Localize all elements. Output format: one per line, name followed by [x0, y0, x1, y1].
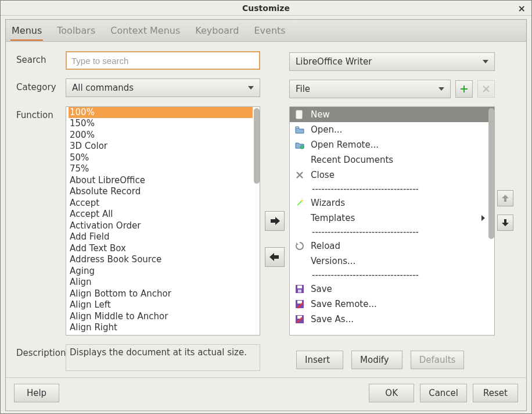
- function-item[interactable]: Aging: [69, 266, 253, 277]
- window-title: Customize: [242, 3, 290, 13]
- function-item[interactable]: Absolute Record: [69, 186, 253, 198]
- help-button-label: Help: [27, 388, 46, 398]
- cancel-button[interactable]: Cancel: [420, 384, 467, 402]
- tab-context-menus[interactable]: Context Menus: [109, 22, 181, 40]
- arrow-up-icon: [500, 193, 511, 204]
- ok-button[interactable]: OK: [369, 384, 414, 402]
- dialog-body: Menus Toolbars Context Menus Keyboard Ev…: [5, 19, 527, 411]
- blank-icon: [294, 256, 305, 266]
- defaults-button-label: Defaults: [419, 355, 456, 365]
- list-action-buttons: Insert Modify Defaults: [289, 344, 495, 373]
- function-item[interactable]: Align Middle to Anchor: [69, 311, 253, 323]
- menu-item[interactable]: Open Remote...: [290, 137, 494, 152]
- menu-item-label: Save As...: [311, 314, 354, 324]
- function-item[interactable]: Address Book Source: [69, 254, 253, 266]
- menu-select[interactable]: File: [289, 80, 451, 98]
- assigned-menu-list[interactable]: NewOpen...Open Remote...Recent Documents…: [289, 106, 495, 336]
- ok-button-label: OK: [385, 388, 398, 398]
- close-icon[interactable]: ×: [518, 3, 526, 14]
- function-item[interactable]: 100%: [69, 107, 253, 119]
- modify-button[interactable]: Modify: [351, 351, 402, 369]
- save-icon: [294, 284, 305, 294]
- menu-item[interactable]: New: [290, 107, 494, 122]
- menu-item[interactable]: Close: [290, 167, 494, 183]
- function-item[interactable]: 150%: [69, 118, 253, 130]
- menu-item[interactable]: Wizards: [290, 195, 494, 210]
- function-item[interactable]: Add Field: [69, 231, 253, 243]
- label-search: Search: [16, 51, 66, 72]
- reload-icon: [294, 241, 305, 251]
- tab-events[interactable]: Events: [253, 22, 286, 40]
- menu-item[interactable]: Save Remote...: [290, 297, 494, 312]
- tab-toolbars[interactable]: Toolbars: [56, 22, 96, 40]
- x-icon: [481, 84, 491, 94]
- menu-item-label: Reload: [311, 241, 340, 251]
- function-item[interactable]: Align: [69, 277, 253, 288]
- scope-select[interactable]: LibreOffice Writer: [289, 52, 495, 71]
- remove-item-button[interactable]: [265, 247, 285, 267]
- function-item[interactable]: Align Right: [69, 322, 253, 334]
- search-input[interactable]: [66, 51, 260, 70]
- menu-item[interactable]: Save: [290, 281, 494, 297]
- function-item[interactable]: Add Text Box: [69, 243, 253, 255]
- reset-button[interactable]: Reset: [473, 384, 518, 402]
- move-up-button[interactable]: [497, 190, 513, 206]
- label-function: Function: [16, 106, 66, 337]
- function-item[interactable]: Align Bottom to Anchor: [69, 288, 253, 300]
- customize-dialog: Customize × Menus Toolbars Context Menus…: [0, 0, 532, 414]
- modify-button-label: Modify: [360, 355, 389, 365]
- tab-keyboard[interactable]: Keyboard: [194, 22, 240, 40]
- scrollbar-thumb[interactable]: [254, 108, 260, 184]
- submenu-arrow-icon: [481, 215, 485, 221]
- menu-item-label: New: [311, 109, 330, 120]
- save-as-icon: [294, 314, 305, 324]
- plus-icon: [459, 84, 469, 94]
- arrow-right-icon: [268, 215, 281, 227]
- defaults-button[interactable]: Defaults: [411, 351, 465, 369]
- menu-item-label: Close: [311, 170, 335, 180]
- category-select[interactable]: All commands: [66, 78, 260, 97]
- folder-open-icon: [294, 124, 305, 135]
- scope-cell: LibreOffice Writer: [289, 51, 495, 72]
- dialog-footer: Help OK Cancel Reset: [6, 377, 526, 411]
- function-item[interactable]: Accept All: [69, 209, 253, 220]
- save-remote-icon: [294, 299, 305, 309]
- svg-rect-0: [296, 110, 302, 119]
- arrow-left-icon: [268, 251, 281, 263]
- scrollbar-thumb[interactable]: [488, 108, 494, 239]
- add-menu-button[interactable]: [455, 80, 473, 98]
- wizard-icon: [294, 198, 305, 208]
- function-item[interactable]: 75%: [69, 163, 253, 175]
- close-x-icon: [294, 170, 305, 180]
- menu-separator-item[interactable]: ----------------------------------: [290, 183, 494, 195]
- label-category: Category: [16, 78, 66, 99]
- menu-item[interactable]: Recent Documents: [290, 152, 494, 167]
- function-item[interactable]: Align Left: [69, 299, 253, 311]
- doc-new-icon: [294, 109, 305, 120]
- reorder-buttons: [495, 106, 516, 337]
- help-button[interactable]: Help: [14, 384, 59, 402]
- menu-item[interactable]: Versions...: [290, 254, 494, 269]
- menu-item[interactable]: Save As...: [290, 312, 494, 327]
- function-item[interactable]: Activation Order: [69, 220, 253, 232]
- move-down-button[interactable]: [497, 215, 513, 231]
- menu-item[interactable]: Templates: [290, 210, 494, 226]
- menu-item[interactable]: Open...: [290, 122, 494, 137]
- function-item[interactable]: About LibreOffice: [69, 175, 253, 187]
- menu-item[interactable]: Reload: [290, 238, 494, 254]
- tab-menus[interactable]: Menus: [10, 22, 43, 41]
- function-item[interactable]: Accept: [69, 198, 253, 209]
- menu-separator-item[interactable]: ----------------------------------: [290, 226, 494, 238]
- menu-separator-item[interactable]: ----------------------------------: [290, 269, 494, 281]
- menu-item-label: Save: [311, 284, 332, 294]
- function-item[interactable]: 3D Color: [69, 141, 253, 152]
- function-item[interactable]: Align to Bottom of Character: [69, 334, 253, 336]
- function-item[interactable]: 200%: [69, 130, 253, 141]
- function-item[interactable]: 50%: [69, 152, 253, 164]
- insert-button[interactable]: Insert: [296, 351, 343, 369]
- menu-item-label: Open...: [311, 124, 342, 135]
- add-item-button[interactable]: [265, 211, 285, 231]
- insert-button-label: Insert: [305, 355, 330, 365]
- function-list[interactable]: 100%150%200%3D Color50%75%About LibreOff…: [66, 106, 260, 336]
- remove-menu-button[interactable]: [477, 80, 495, 98]
